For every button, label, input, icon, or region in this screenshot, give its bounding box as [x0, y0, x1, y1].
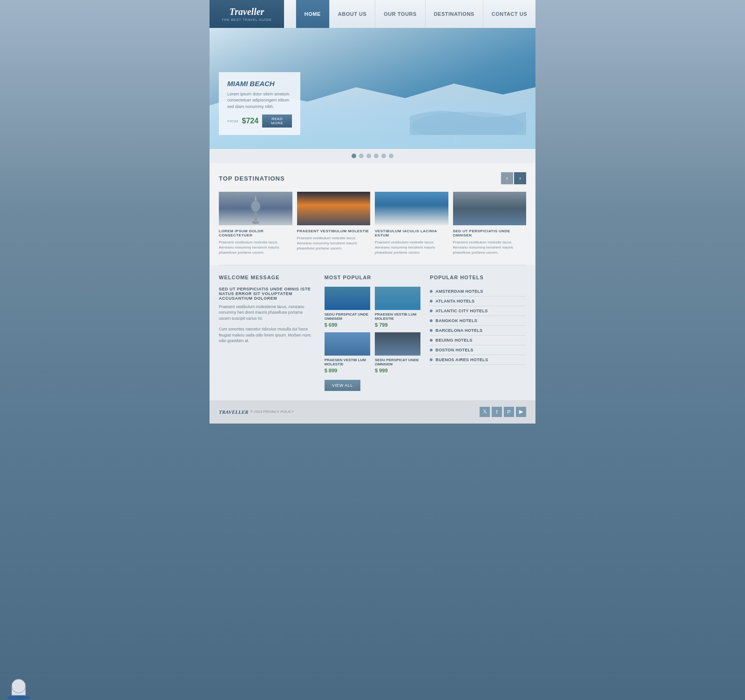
destination-title-2: PRAESENT VESTIBULUM MOLESTIE: [297, 229, 371, 233]
hero-slider: MIAMI BEACH Lorem ipsum dolor sitem amet…: [210, 28, 535, 149]
slider-dot-2[interactable]: [359, 154, 364, 158]
popular-price-3: $ 899: [325, 368, 370, 373]
popular-price-1: $ 699: [325, 322, 370, 328]
hotel-bullet-5: [430, 329, 433, 332]
slider-dot-3[interactable]: [366, 154, 371, 158]
slider-dot-1[interactable]: [352, 154, 356, 158]
hotel-item-atlantic-city[interactable]: ATLANTIC CITY HOTELS: [430, 306, 526, 316]
destinations-next-button[interactable]: ›: [514, 172, 526, 184]
most-popular-column: MOST POPULAR SEDU PERSPICAT UNDE OMNISEM…: [325, 275, 421, 391]
destination-title-4: SED UT PERSPICIATIS UNDE OMNISEN: [453, 229, 527, 237]
hotel-label-atlanta: ATLANTA HOTELS: [435, 299, 474, 303]
hotel-item-amsterdam[interactable]: AMSTERDAM HOTELS: [430, 287, 526, 296]
twitter-icon[interactable]: 𝕏: [480, 407, 490, 417]
logo-tagline: THE BEST TRAVEL GUIDE: [222, 18, 272, 21]
destination-img-greece: [375, 192, 448, 225]
footer-logo: TRAVELLER: [219, 409, 248, 415]
popular-hotels-column: POPULAR HOTELS AMSTERDAM HOTELS ATLANTA …: [430, 275, 526, 391]
destinations-prev-button[interactable]: ‹: [501, 172, 513, 184]
popular-item-3: PRAESEN VESTIB LUM MOLESTIE $ 899: [325, 332, 370, 373]
destination-desc-3: Praesent vestibulum molestie lacus. Aene…: [375, 240, 448, 256]
svg-point-3: [251, 201, 260, 212]
slider-dot-5[interactable]: [381, 154, 386, 158]
destination-title-1: LOREM IPSUM DOLOR CONSECTETUER: [219, 229, 292, 237]
destination-image-3: [375, 192, 448, 225]
most-popular-title: MOST POPULAR: [325, 275, 421, 280]
hotel-item-buenos-aires[interactable]: BUENOS AIRES HOTELS: [430, 355, 526, 365]
hotel-item-bangkok[interactable]: BANGKOK HOTELS: [430, 316, 526, 326]
hero-description: Lorem ipsum dolor sitem ametum consectet…: [227, 91, 292, 110]
hotel-label-barcelona: BARCELONA HOTELS: [435, 328, 482, 333]
top-destinations-section: TOP DESTINATIONS ‹ ›: [210, 163, 535, 265]
hero-price-row: FROM $724 READ MORE: [227, 114, 292, 128]
destination-desc-2: Praesent vestibulum molestie lacus. Aene…: [297, 236, 371, 251]
popular-item-title-4: SEDU PERSPICAT UNDE OMNISEM: [375, 358, 420, 366]
destination-image-4: [453, 192, 527, 225]
destination-image-2: [297, 192, 371, 225]
popular-item-4: SEDU PERSPICAT UNDE OMNISEM $ 999: [375, 332, 420, 373]
hotel-bullet-3: [430, 310, 433, 312]
hotel-item-beijing[interactable]: BEIJING HOTELS: [430, 336, 526, 345]
destination-img-liberty: [219, 192, 292, 225]
popular-price-4: $ 999: [375, 368, 420, 373]
youtube-icon[interactable]: ▶: [516, 407, 526, 417]
hotel-item-atlanta[interactable]: ATLANTA HOTELS: [430, 296, 526, 306]
nav-item-contact[interactable]: CONTACT US: [483, 0, 535, 28]
hotel-item-boston[interactable]: BOSTON HOTELS: [430, 345, 526, 355]
slider-dot-4[interactable]: [374, 154, 379, 158]
logo-name: Traveller: [230, 7, 264, 17]
hero-price: $724: [242, 117, 259, 125]
hotel-label-amsterdam: AMSTERDAM HOTELS: [435, 289, 483, 294]
hotel-item-barcelona[interactable]: BARCELONA HOTELS: [430, 326, 526, 336]
footer-left: TRAVELLER © 2013 PRIVACY POLICY: [219, 409, 294, 415]
nav-item-tours[interactable]: OUR TOURS: [375, 0, 425, 28]
footer: TRAVELLER © 2013 PRIVACY POLICY 𝕏 f P ▶: [210, 400, 535, 424]
destination-card-4: SED UT PERSPICIATIS UNDE OMNISEN Praesen…: [453, 192, 527, 256]
welcome-subtitle: SED UT PERSPICIATIS UNDE OMNIS ISTE NATU…: [219, 287, 315, 301]
hotel-label-atlantic-city: ATLANTIC CITY HOTELS: [435, 309, 488, 313]
destination-desc-1: Praesent vestibulum molestie lacus. Aene…: [219, 240, 292, 256]
destination-card-1: LOREM IPSUM DOLOR CONSECTETUER Praesent …: [219, 192, 292, 256]
popular-price-2: $ 799: [375, 322, 420, 328]
social-icons: 𝕏 f P ▶: [480, 407, 526, 417]
hotel-label-beijing: BEIJING HOTELS: [435, 338, 472, 343]
welcome-title: WELCOME MESSAGE: [219, 275, 315, 280]
popular-item-title-1: SEDU PERSPICAT UNDE OMNISEM: [325, 312, 370, 321]
popular-image-3: [325, 332, 370, 356]
popular-image-4: [375, 332, 420, 356]
hero-info-box: MIAMI BEACH Lorem ipsum dolor sitem amet…: [219, 72, 300, 135]
pinterest-icon[interactable]: P: [504, 407, 514, 417]
destination-img-city: [297, 192, 371, 225]
facebook-icon[interactable]: f: [492, 407, 502, 417]
destinations-grid: LOREM IPSUM DOLOR CONSECTETUER Praesent …: [219, 192, 526, 256]
hero-read-more-button[interactable]: READ MORE: [262, 114, 292, 128]
destination-img-bridge: [453, 192, 527, 225]
footer-copyright: © 2013 PRIVACY POLICY: [250, 410, 294, 414]
destination-desc-4: Praesent vestibulum molestie lacus. Aene…: [453, 240, 527, 256]
destination-card-2: PRAESENT VESTIBULUM MOLESTIE Praesent ve…: [297, 192, 371, 256]
svg-marker-4: [255, 195, 257, 201]
destination-card-3: VESTIBULUM IACULIS LACINIA ESTUM Praesen…: [375, 192, 448, 256]
popular-image-1: [325, 287, 370, 310]
popular-grid: SEDU PERSPICAT UNDE OMNISEM $ 699 PRAESE…: [325, 287, 421, 373]
nav-item-about[interactable]: ABOUT US: [329, 0, 375, 28]
destinations-nav-arrows: ‹ ›: [501, 172, 526, 184]
hotel-bullet-2: [430, 300, 433, 303]
hotels-list: AMSTERDAM HOTELS ATLANTA HOTELS ATLANTIC…: [430, 287, 526, 365]
popular-item-1: SEDU PERSPICAT UNDE OMNISEM $ 699: [325, 287, 370, 328]
bottom-section: WELCOME MESSAGE SED UT PERSPICIATIS UNDE…: [210, 265, 535, 400]
destination-image-1: [219, 192, 292, 225]
slider-dot-6[interactable]: [389, 154, 393, 158]
view-all-button[interactable]: VIEW ALL: [325, 380, 360, 391]
hotel-label-buenos-aires: BUENOS AIRES HOTELS: [435, 357, 488, 362]
hotel-bullet-8: [430, 358, 433, 361]
logo-area: Traveller THE BEST TRAVEL GUIDE: [210, 0, 284, 28]
popular-item-title-3: PRAESEN VESTIB LUM MOLESTIE: [325, 358, 370, 366]
hero-title: MIAMI BEACH: [227, 80, 292, 88]
destination-title-3: VESTIBULUM IACULIS LACINIA ESTUM: [375, 229, 448, 237]
nav-item-destinations[interactable]: DESTINATIONS: [425, 0, 483, 28]
welcome-column: WELCOME MESSAGE SED UT PERSPICIATIS UNDE…: [219, 275, 315, 391]
nav-item-home[interactable]: HOME: [296, 0, 329, 28]
hotels-title: POPULAR HOTELS: [430, 275, 526, 280]
destinations-header: TOP DESTINATIONS ‹ ›: [219, 172, 526, 184]
